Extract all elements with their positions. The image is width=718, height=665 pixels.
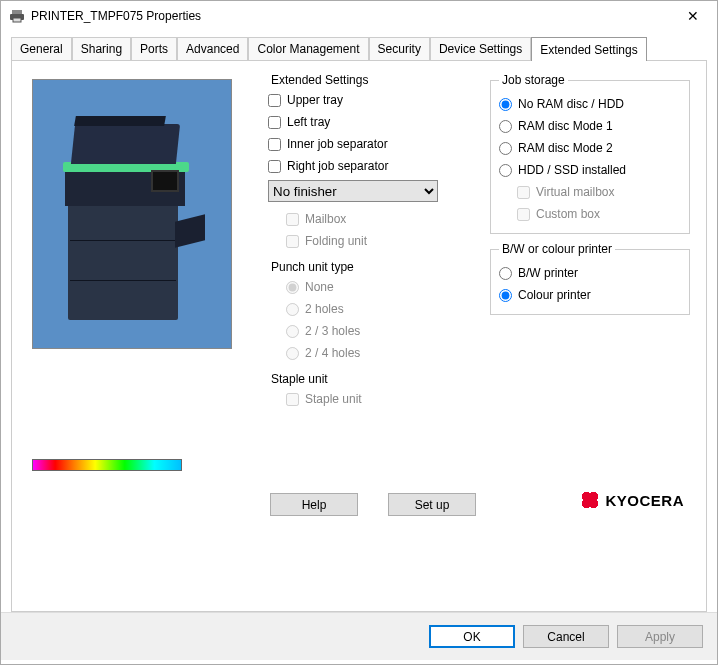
radio-punch-none: [286, 281, 299, 294]
button-label: Cancel: [547, 630, 584, 644]
tab-label: Ports: [140, 42, 168, 56]
label-job-ram1: RAM disc Mode 1: [518, 119, 613, 133]
group-legend: Punch unit type: [268, 260, 357, 274]
label-job-ram2: RAM disc Mode 2: [518, 141, 613, 155]
tabpanel-extended-settings: Extended Settings Upper tray Left tray I…: [11, 60, 707, 612]
window-title: PRINTER_TMPF075 Properties: [31, 9, 670, 23]
label-mailbox: Mailbox: [305, 212, 346, 226]
group-staple-unit: Staple unit Staple unit: [268, 372, 484, 414]
close-icon: ✕: [687, 8, 699, 24]
label-job-none: No RAM disc / HDD: [518, 97, 624, 111]
label-punch-23: 2 / 3 holes: [305, 324, 360, 338]
group-legend: B/W or colour printer: [499, 242, 615, 256]
label-punch-24: 2 / 4 holes: [305, 346, 360, 360]
label-right-separator: Right job separator: [287, 159, 388, 173]
button-label: Help: [302, 498, 327, 512]
checkbox-mailbox: [286, 213, 299, 226]
label-inner-separator: Inner job separator: [287, 137, 388, 151]
radio-colour-printer[interactable]: [499, 289, 512, 302]
tab-label: Device Settings: [439, 42, 522, 56]
group-punch-unit: Punch unit type None 2 holes 2 / 3 holes…: [268, 260, 484, 368]
titlebar: PRINTER_TMPF075 Properties ✕: [1, 1, 717, 31]
group-legend: Job storage: [499, 73, 568, 87]
radio-job-ram2[interactable]: [499, 142, 512, 155]
label-colour-printer: Colour printer: [518, 288, 591, 302]
tab-color-management[interactable]: Color Management: [248, 37, 368, 60]
close-button[interactable]: ✕: [670, 2, 715, 30]
radio-punch-23: [286, 325, 299, 338]
checkbox-upper-tray[interactable]: [268, 94, 281, 107]
panel-buttons: Help Set up: [270, 493, 476, 516]
label-staple-unit: Staple unit: [305, 392, 362, 406]
label-punch-none: None: [305, 280, 334, 294]
checkbox-staple-unit: [286, 393, 299, 406]
checkbox-folding-unit: [286, 235, 299, 248]
radio-bw-printer[interactable]: [499, 267, 512, 280]
tab-label: Advanced: [186, 42, 239, 56]
dialog-footer: OK Cancel Apply: [1, 612, 717, 660]
button-label: OK: [463, 630, 480, 644]
label-job-hdd: HDD / SSD installed: [518, 163, 626, 177]
checkbox-virtual-mailbox: [517, 186, 530, 199]
checkbox-right-separator[interactable]: [268, 160, 281, 173]
group-extended-settings: Extended Settings Upper tray Left tray I…: [268, 73, 484, 256]
radio-job-none[interactable]: [499, 98, 512, 111]
svg-rect-2: [13, 18, 21, 22]
cancel-button[interactable]: Cancel: [523, 625, 609, 648]
label-bw-printer: B/W printer: [518, 266, 578, 280]
help-button[interactable]: Help: [270, 493, 358, 516]
settings-column-1: Extended Settings Upper tray Left tray I…: [268, 73, 484, 418]
button-label: Apply: [645, 630, 675, 644]
tab-extended-settings[interactable]: Extended Settings: [531, 37, 646, 61]
setup-button[interactable]: Set up: [388, 493, 476, 516]
tab-label: Security: [378, 42, 421, 56]
tab-general[interactable]: General: [11, 37, 72, 60]
apply-button[interactable]: Apply: [617, 625, 703, 648]
radio-job-hdd[interactable]: [499, 164, 512, 177]
tab-label: General: [20, 42, 63, 56]
checkbox-inner-separator[interactable]: [268, 138, 281, 151]
printer-preview: [32, 79, 232, 349]
brand-logo: KYOCERA: [581, 491, 684, 509]
checkbox-left-tray[interactable]: [268, 116, 281, 129]
properties-dialog: PRINTER_TMPF075 Properties ✕ General Sha…: [0, 0, 718, 665]
tab-label: Color Management: [257, 42, 359, 56]
group-legend: Extended Settings: [268, 73, 371, 87]
group-bw-colour: B/W or colour printer B/W printer Colour…: [490, 242, 690, 315]
tabstrip: General Sharing Ports Advanced Color Man…: [11, 37, 707, 60]
button-label: Set up: [415, 498, 450, 512]
tab-sharing[interactable]: Sharing: [72, 37, 131, 60]
label-left-tray: Left tray: [287, 115, 330, 129]
checkbox-custom-box: [517, 208, 530, 221]
kyocera-mark-icon: [581, 491, 599, 509]
group-job-storage: Job storage No RAM disc / HDD RAM disc M…: [490, 73, 690, 234]
tab-advanced[interactable]: Advanced: [177, 37, 248, 60]
tab-label: Extended Settings: [540, 43, 637, 57]
tab-device-settings[interactable]: Device Settings: [430, 37, 531, 60]
radio-punch-24: [286, 347, 299, 360]
svg-rect-0: [12, 10, 22, 14]
tab-label: Sharing: [81, 42, 122, 56]
finisher-select[interactable]: No finisher: [268, 180, 438, 202]
brand-text: KYOCERA: [605, 492, 684, 509]
label-upper-tray: Upper tray: [287, 93, 343, 107]
label-folding-unit: Folding unit: [305, 234, 367, 248]
label-punch-2: 2 holes: [305, 302, 344, 316]
label-custom-box: Custom box: [536, 207, 600, 221]
tabstrip-container: General Sharing Ports Advanced Color Man…: [1, 31, 717, 612]
radio-job-ram1[interactable]: [499, 120, 512, 133]
color-gradient-bar: [32, 459, 182, 471]
label-virtual-mailbox: Virtual mailbox: [536, 185, 614, 199]
tab-ports[interactable]: Ports: [131, 37, 177, 60]
group-legend: Staple unit: [268, 372, 331, 386]
ok-button[interactable]: OK: [429, 625, 515, 648]
tab-security[interactable]: Security: [369, 37, 430, 60]
radio-punch-2: [286, 303, 299, 316]
printer-icon: [9, 8, 25, 24]
preview-column: [32, 79, 252, 471]
settings-column-2: Job storage No RAM disc / HDD RAM disc M…: [490, 73, 690, 323]
